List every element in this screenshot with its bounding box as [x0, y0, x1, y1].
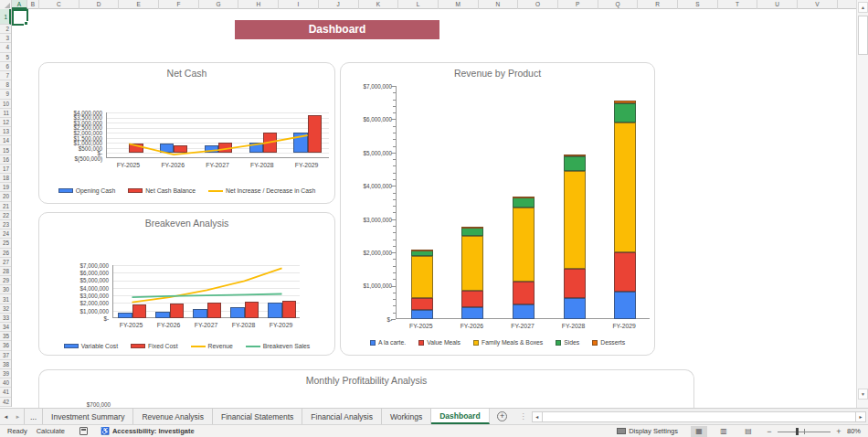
row-header-6[interactable]: 6	[0, 62, 11, 71]
column-header-M[interactable]: M	[439, 0, 479, 9]
column-header-J[interactable]: J	[319, 0, 359, 9]
sheet-tab-dashboard[interactable]: Dashboard	[431, 409, 489, 424]
horizontal-scrollbar[interactable]: ◄ ►	[532, 410, 866, 422]
sheet-tab-financial-statements[interactable]: Financial Statements	[213, 409, 302, 424]
sheet-tab-financial-analysis[interactable]: Financial Analysis	[302, 409, 382, 424]
row-header-28[interactable]: 28	[0, 267, 11, 276]
page-break-view-button[interactable]: ▤	[740, 426, 757, 437]
zoom-percentage[interactable]: 80%	[847, 427, 861, 435]
row-header-19[interactable]: 19	[0, 183, 11, 192]
sheet-tab-workings[interactable]: Workings	[382, 409, 431, 424]
row-header-23[interactable]: 23	[0, 220, 11, 229]
column-header-R[interactable]: R	[638, 0, 678, 9]
row-header-2[interactable]: 2	[0, 25, 11, 34]
row-header-18[interactable]: 18	[0, 174, 11, 183]
row-header-31[interactable]: 31	[0, 294, 11, 304]
sheet-tab-revenue-analysis[interactable]: Revenue Analysis	[133, 409, 213, 424]
scroll-up-icon[interactable]: ▲	[858, 2, 868, 13]
row-header-5[interactable]: 5	[0, 53, 11, 62]
column-header-D[interactable]: D	[79, 0, 120, 9]
row-header-32[interactable]: 32	[0, 304, 11, 314]
row-header-35[interactable]: 35	[0, 332, 11, 341]
column-header-P[interactable]: P	[558, 0, 598, 9]
column-header-Q[interactable]: Q	[598, 0, 639, 9]
row-header-24[interactable]: 24	[0, 229, 11, 239]
vertical-scroll-thumb[interactable]	[858, 16, 868, 55]
column-header-C[interactable]: C	[39, 0, 79, 9]
column-header-O[interactable]: O	[518, 0, 558, 9]
row-header-12[interactable]: 12	[0, 118, 11, 127]
tab-scroll-left-icon[interactable]: ◄	[0, 409, 12, 424]
calculate-status[interactable]: Calculate	[37, 427, 65, 435]
column-header-I[interactable]: I	[279, 0, 319, 9]
row-header-20[interactable]: 20	[0, 192, 11, 201]
accessibility-status[interactable]: ♿ Accessibility: Investigate	[101, 427, 195, 435]
row-header-42[interactable]: 42	[0, 398, 11, 407]
tab-scroll-right-icon[interactable]: ►	[12, 409, 24, 424]
row-header-17[interactable]: 17	[0, 165, 11, 174]
vertical-scrollbar[interactable]: ▲ ▼	[856, 0, 868, 408]
column-header-S[interactable]: S	[678, 0, 718, 9]
column-header-L[interactable]: L	[398, 0, 439, 9]
hscroll-right-icon[interactable]: ►	[855, 411, 866, 422]
column-header-K[interactable]: K	[359, 0, 399, 9]
column-header-B[interactable]: B	[27, 0, 39, 9]
macro-record-icon[interactable]	[79, 427, 88, 435]
zoom-slider-thumb[interactable]	[796, 428, 799, 435]
column-header-H[interactable]: H	[238, 0, 279, 9]
row-header-14[interactable]: 14	[0, 136, 11, 145]
row-header-22[interactable]: 22	[0, 211, 11, 220]
row-header-30[interactable]: 30	[0, 285, 11, 294]
row-header-16[interactable]: 16	[0, 155, 11, 165]
row-header-8[interactable]: 8	[0, 80, 11, 90]
normal-view-button[interactable]: ▦	[691, 426, 707, 437]
tab-overflow-menu[interactable]: ...	[24, 409, 43, 424]
select-all-corner[interactable]	[0, 0, 12, 9]
new-sheet-button[interactable]: +	[490, 409, 515, 424]
row-header-21[interactable]: 21	[0, 202, 11, 211]
column-header-U[interactable]: U	[757, 0, 798, 9]
row-header-41[interactable]: 41	[0, 388, 11, 397]
column-header-F[interactable]: F	[159, 0, 199, 9]
selected-cell-a1[interactable]	[12, 9, 28, 26]
row-header-36[interactable]: 36	[0, 341, 11, 350]
column-header-E[interactable]: E	[119, 0, 159, 9]
row-header-38[interactable]: 38	[0, 360, 11, 369]
row-header-13[interactable]: 13	[0, 127, 11, 136]
row-header-10[interactable]: 10	[0, 100, 11, 109]
zoom-in-button[interactable]: +	[834, 427, 843, 436]
net-cash-chart[interactable]: Net Cash $4,000,000$3,500,000$3,000,000$…	[38, 62, 335, 204]
hscroll-left-icon[interactable]: ◄	[532, 411, 543, 422]
row-header-27[interactable]: 27	[0, 258, 11, 267]
zoom-slider[interactable]	[778, 427, 831, 436]
column-header-A[interactable]: A	[12, 0, 27, 9]
column-header-N[interactable]: N	[479, 0, 519, 9]
row-header-39[interactable]: 39	[0, 369, 11, 378]
row-header-9[interactable]: 9	[0, 90, 11, 99]
page-layout-view-button[interactable]: ▥	[715, 426, 732, 437]
row-header-1[interactable]: 1	[0, 9, 11, 25]
row-header-29[interactable]: 29	[0, 276, 11, 285]
row-header-33[interactable]: 33	[0, 314, 11, 323]
row-header-26[interactable]: 26	[0, 249, 11, 258]
horizontal-scroll-track[interactable]	[543, 411, 855, 422]
row-header-7[interactable]: 7	[0, 71, 11, 80]
column-header-V[interactable]: V	[798, 0, 838, 9]
scroll-down-icon[interactable]: ▼	[858, 389, 868, 400]
row-header-34[interactable]: 34	[0, 323, 11, 332]
row-header-37[interactable]: 37	[0, 351, 11, 360]
column-header-T[interactable]: T	[718, 0, 758, 9]
row-header-25[interactable]: 25	[0, 239, 11, 248]
zoom-out-button[interactable]: −	[765, 427, 774, 436]
column-header-G[interactable]: G	[199, 0, 239, 9]
display-settings-button[interactable]: Display Settings	[617, 427, 678, 435]
sheet-tab-investment-summary[interactable]: Investment Summary	[43, 409, 133, 424]
row-header-40[interactable]: 40	[0, 378, 11, 388]
tab-splitter-handle[interactable]: ⋮	[515, 409, 532, 424]
row-header-3[interactable]: 3	[0, 34, 11, 43]
row-header-11[interactable]: 11	[0, 109, 11, 118]
breakeven-analysis-chart[interactable]: Breakeven Analysis $7,000,000$6,000,000$…	[38, 212, 335, 356]
revenue-by-product-chart[interactable]: Revenue by Product $7,000,000$6,000,000$…	[340, 62, 655, 356]
row-header-4[interactable]: 4	[0, 43, 11, 52]
row-header-15[interactable]: 15	[0, 145, 11, 155]
